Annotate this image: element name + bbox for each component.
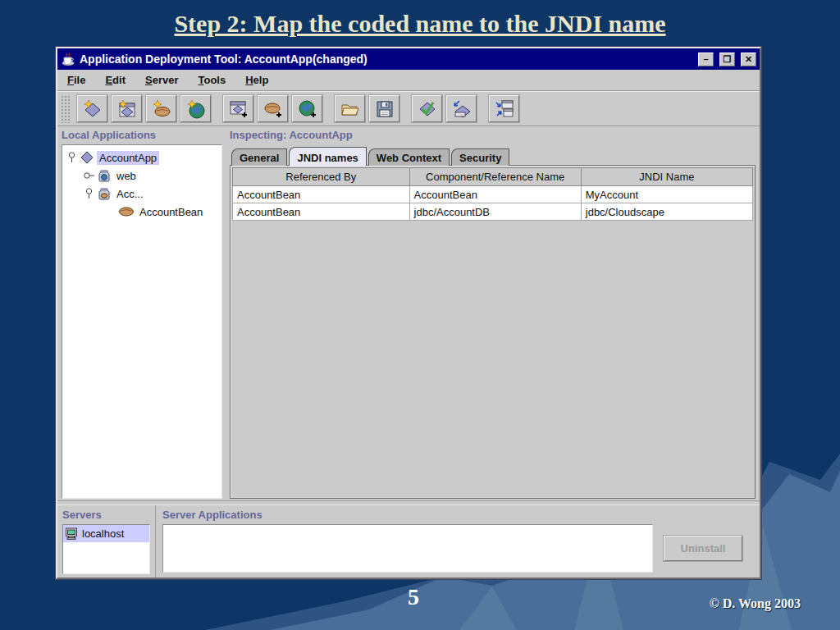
- tree-node-acc[interactable]: Acc...: [64, 185, 220, 203]
- new-application-wizard-button[interactable]: [112, 95, 142, 122]
- server-applications-list[interactable]: [162, 524, 653, 573]
- inspector-tabs: General JNDI names Web Context Security: [230, 144, 756, 165]
- new-application-icon: [83, 99, 103, 119]
- application-diamond-icon: [80, 150, 94, 165]
- tab-web-context[interactable]: Web Context: [368, 148, 450, 166]
- menu-file[interactable]: File: [67, 74, 85, 86]
- window-titlebar[interactable]: Application Deployment Tool: AccountApp(…: [57, 48, 760, 70]
- add-application-icon: [229, 99, 249, 119]
- servers-list: localhost: [62, 524, 150, 574]
- slide: { "slide": { "title": "Step 2: Map the c…: [0, 0, 840, 630]
- new-enterprise-bean-icon: [152, 99, 171, 119]
- vertical-splitter[interactable]: [222, 129, 230, 499]
- inspecting-label: Inspecting: AccountApp: [230, 129, 756, 144]
- cell-component-reference-name[interactable]: jdbc/AccountDB: [409, 203, 581, 221]
- tree-node-label[interactable]: AccountApp: [97, 151, 159, 165]
- verify-icon: [418, 99, 437, 119]
- update-icon: [495, 99, 514, 119]
- update-button[interactable]: [489, 95, 519, 122]
- column-header-jndi-name[interactable]: JNDI Name: [581, 168, 752, 186]
- uninstall-button[interactable]: Uninstall: [664, 536, 742, 561]
- jndi-names-tab-panel: Referenced By Component/Reference Name J…: [230, 165, 756, 499]
- menu-tools[interactable]: Tools: [198, 74, 226, 86]
- tree-node-web[interactable]: web: [64, 167, 220, 185]
- bean-icon: [118, 205, 135, 218]
- cell-referenced-by[interactable]: AccountBean: [233, 186, 410, 203]
- tab-security[interactable]: Security: [451, 148, 509, 166]
- new-application-wizard-icon: [117, 99, 137, 119]
- copyright: © D. Wong 2003: [710, 596, 801, 611]
- expanded-handle-icon[interactable]: [84, 188, 94, 199]
- app-window: Application Deployment Tool: AccountApp(…: [56, 47, 761, 579]
- servers-pane: Servers localhost: [57, 505, 156, 578]
- jndi-table: Referenced By Component/Reference Name J…: [232, 167, 753, 221]
- new-enterprise-bean-button[interactable]: [146, 95, 176, 122]
- deploy-icon: [452, 99, 472, 119]
- open-button[interactable]: [335, 95, 365, 122]
- toolbar: [57, 91, 760, 126]
- deploy-button[interactable]: [446, 95, 477, 122]
- server-item-localhost[interactable]: localhost: [63, 525, 149, 542]
- server-item-label[interactable]: localhost: [82, 527, 124, 540]
- new-application-button[interactable]: [77, 95, 107, 122]
- server-computer-icon: [65, 527, 79, 541]
- close-icon[interactable]: ✕: [741, 52, 756, 66]
- cell-component-reference-name[interactable]: AccountBean: [409, 186, 581, 203]
- expanded-handle-icon[interactable]: [66, 152, 77, 163]
- applications-tree: AccountApp web: [62, 144, 222, 499]
- collapsed-handle-icon[interactable]: [84, 170, 94, 181]
- tree-node-accountbean[interactable]: AccountBean: [64, 203, 220, 221]
- war-module-icon: [97, 168, 112, 183]
- java-cup-icon: [61, 52, 75, 66]
- main-split-pane: Local Applications AccountApp: [57, 126, 760, 500]
- new-web-component-button[interactable]: [180, 95, 211, 122]
- column-header-referenced-by[interactable]: Referenced By: [233, 168, 410, 186]
- menu-bar: File Edit Server Tools Help: [57, 70, 760, 91]
- ejb-module-icon: [97, 186, 112, 201]
- minimize-icon[interactable]: –: [698, 52, 714, 66]
- add-web-component-button[interactable]: [292, 95, 322, 122]
- local-applications-panel: Local Applications AccountApp: [62, 129, 222, 499]
- maximize-icon[interactable]: ❐: [719, 52, 735, 66]
- local-applications-label: Local Applications: [62, 129, 222, 144]
- tree-node-accountapp[interactable]: AccountApp: [64, 148, 220, 167]
- add-enterprise-bean-button[interactable]: [258, 95, 288, 122]
- add-web-component-icon: [298, 99, 317, 119]
- column-header-component-reference-name[interactable]: Component/Reference Name: [409, 168, 581, 186]
- server-applications-pane: Server Applications Uninstall: [156, 505, 760, 578]
- tab-general[interactable]: General: [231, 148, 287, 166]
- open-folder-icon: [340, 99, 360, 119]
- tab-jndi-names[interactable]: JNDI names: [289, 147, 366, 166]
- table-row[interactable]: AccountBean AccountBean MyAccount: [233, 186, 753, 203]
- cell-jndi-name[interactable]: jdbc/Cloudscape: [581, 203, 752, 221]
- tree-node-label[interactable]: web: [114, 169, 139, 183]
- window-title: Application Deployment Tool: AccountApp(…: [80, 52, 692, 66]
- save-icon: [375, 99, 395, 119]
- tree-node-label[interactable]: AccountBean: [137, 205, 205, 219]
- servers-label: Servers: [62, 509, 150, 524]
- table-row[interactable]: AccountBean jdbc/AccountDB jdbc/Cloudsca…: [233, 203, 753, 221]
- menu-help[interactable]: Help: [245, 74, 268, 86]
- add-enterprise-bean-icon: [263, 99, 283, 119]
- inspector-panel: Inspecting: AccountApp General JNDI name…: [230, 129, 756, 499]
- toolbar-grip[interactable]: [61, 95, 71, 123]
- cell-jndi-name[interactable]: MyAccount: [581, 186, 752, 203]
- new-web-component-icon: [186, 99, 206, 119]
- menu-server[interactable]: Server: [145, 74, 178, 86]
- bottom-panel: Servers localhost Server Applications: [57, 505, 760, 578]
- tree-node-label[interactable]: Acc...: [114, 187, 146, 201]
- save-button[interactable]: [369, 95, 399, 122]
- menu-edit[interactable]: Edit: [105, 74, 126, 86]
- page-number: 5: [394, 584, 433, 610]
- slide-title: Step 2: Map the coded name to the JNDI n…: [0, 10, 840, 38]
- server-applications-label: Server Applications: [162, 509, 753, 524]
- cell-referenced-by[interactable]: AccountBean: [233, 203, 410, 221]
- add-application-button[interactable]: [223, 95, 253, 122]
- verify-button[interactable]: [412, 95, 442, 122]
